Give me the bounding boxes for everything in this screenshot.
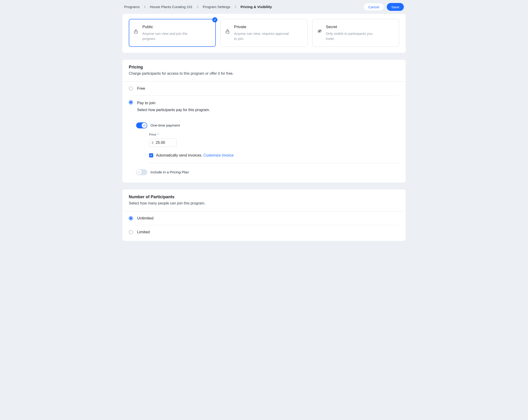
participants-subtitle: Select how many people can join this pro…: [129, 201, 399, 206]
visibility-title: Private: [234, 24, 290, 30]
chevron-right-icon: [234, 6, 236, 8]
page-header: Programs House Plants Curating 101 Progr…: [122, 0, 406, 14]
eye-off-icon: [318, 24, 322, 41]
pricing-title: Pricing: [129, 64, 399, 70]
auto-invoice-label: Automatically send invoices.: [156, 153, 202, 157]
lock-icon: [226, 24, 230, 41]
radio-label: Free: [137, 86, 145, 91]
pricing-plan-label: Include in a Pricing Plan: [150, 170, 189, 175]
visibility-title: Secret: [326, 24, 382, 30]
visibility-card: Public Anyone can view and join the prog…: [122, 14, 406, 53]
pay-subtitle: Select how participants pay for this pro…: [137, 107, 210, 113]
participants-title: Number of Participants: [129, 194, 399, 200]
participants-option-limited[interactable]: Limited: [122, 225, 406, 239]
radio-icon[interactable]: [129, 216, 133, 220]
price-label: Price *: [149, 133, 159, 137]
radio-label: Limited: [137, 229, 150, 235]
pricing-card: Pricing Charge participants for access t…: [122, 60, 406, 182]
pricing-plan-toggle[interactable]: [136, 169, 147, 175]
breadcrumb-current: Pricing & Visibility: [240, 4, 272, 10]
breadcrumb-programs[interactable]: Programs: [124, 4, 140, 10]
svg-rect-0: [134, 31, 138, 33]
one-time-payment-toggle[interactable]: [136, 122, 147, 128]
radio-label: Pay to join: [137, 100, 210, 106]
visibility-option-public[interactable]: Public Anyone can view and join the prog…: [129, 19, 216, 47]
breadcrumb: Programs House Plants Curating 101 Progr…: [124, 4, 272, 10]
lock-open-icon: [134, 24, 138, 41]
visibility-desc: Anyone can view and join the program.: [142, 31, 198, 41]
chevron-right-icon: [197, 6, 198, 8]
price-input-wrapper[interactable]: $: [149, 138, 177, 147]
toggle-thumb: [142, 123, 147, 128]
breadcrumb-program-name[interactable]: House Plants Curating 101: [150, 4, 192, 10]
save-button[interactable]: Save: [387, 3, 404, 11]
currency-symbol: $: [149, 140, 156, 145]
one-time-payment-label: One-time payment: [150, 123, 180, 128]
radio-icon[interactable]: [129, 100, 133, 104]
breadcrumb-program-settings[interactable]: Program Settings: [203, 4, 230, 10]
radio-icon[interactable]: [129, 86, 133, 91]
required-indicator: *: [158, 133, 159, 137]
visibility-option-private[interactable]: Private Anyone can view, requires approv…: [220, 19, 307, 47]
cancel-button[interactable]: Cancel: [363, 3, 384, 11]
pricing-option-free[interactable]: Free: [122, 82, 406, 95]
price-label-text: Price: [149, 133, 156, 137]
customize-invoice-link[interactable]: Customize Invoice: [203, 153, 234, 157]
toggle-thumb: [137, 170, 142, 175]
check-icon: [212, 17, 217, 22]
radio-label: Unlimited: [137, 216, 154, 221]
visibility-title: Public: [142, 24, 198, 30]
visibility-option-secret[interactable]: Secret Only visible to participants you …: [312, 19, 399, 47]
svg-rect-1: [226, 31, 229, 33]
participants-card: Number of Participants Select how many p…: [122, 190, 406, 241]
auto-invoice-checkbox[interactable]: [149, 153, 153, 158]
chevron-right-icon: [144, 6, 146, 8]
pricing-subtitle: Charge participants for access to this p…: [129, 71, 399, 76]
visibility-desc: Anyone can view, requires approval to jo…: [234, 31, 290, 41]
radio-icon[interactable]: [129, 230, 133, 234]
visibility-desc: Only visible to participants you invite.: [326, 31, 382, 41]
participants-option-unlimited[interactable]: Unlimited: [122, 211, 406, 225]
price-input[interactable]: [156, 141, 174, 145]
pricing-option-pay[interactable]: Pay to join Select how participants pay …: [122, 96, 406, 117]
